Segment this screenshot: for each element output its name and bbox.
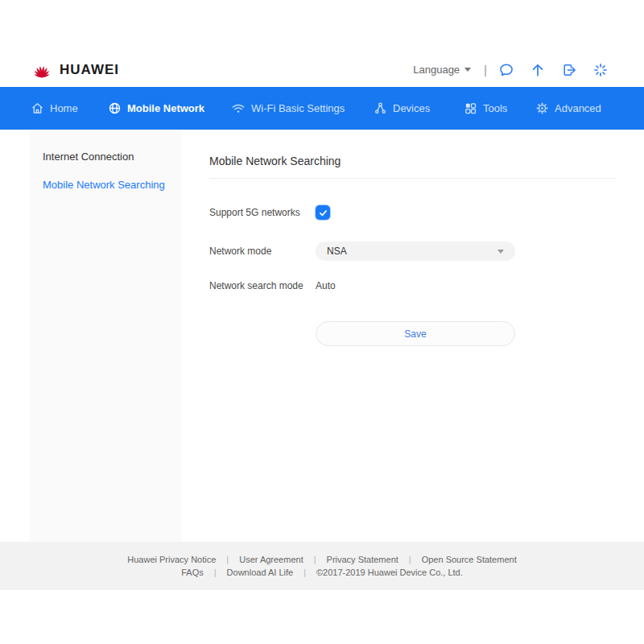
footer-separator: | <box>409 555 411 564</box>
footer-separator: | <box>214 568 217 577</box>
devices-icon <box>374 101 387 115</box>
logout-icon[interactable] <box>561 62 577 78</box>
sidebar-item-mobile-network-searching[interactable]: Mobile Network Searching <box>43 178 168 192</box>
home-icon <box>31 101 44 115</box>
link-open-source-statement[interactable]: Open Source Statement <box>422 555 517 564</box>
support-5g-row: Support 5G networks <box>209 205 616 220</box>
nav-tab-wifi-basic-settings[interactable]: Wi-Fi Basic Settings <box>231 87 345 130</box>
update-arrow-icon[interactable] <box>530 62 546 78</box>
language-dropdown[interactable]: Language <box>413 64 471 76</box>
tools-icon <box>464 101 477 115</box>
network-mode-row: Network mode NSA <box>209 242 616 261</box>
loading-spinner-icon <box>592 62 609 78</box>
copyright-text: ©2017-2019 Huawei Device Co., Ltd. <box>316 568 463 577</box>
nav-tab-devices[interactable]: Devices <box>374 87 430 130</box>
link-download-ai-life[interactable]: Download AI Life <box>227 568 294 577</box>
footer-row-1: Huawei Privacy Notice|User Agreement|Pri… <box>0 553 644 566</box>
brand-name: HUAWEI <box>60 62 119 78</box>
link-privacy-statement[interactable]: Privacy Statement <box>327 555 398 564</box>
chevron-down-icon <box>497 250 504 254</box>
main-navbar: Home Mobile Network Wi-Fi Basic Settings… <box>0 87 644 130</box>
huawei-logo: HUAWEI <box>30 60 119 79</box>
top-header: HUAWEI Language | <box>0 52 644 87</box>
network-search-mode-label: Network search mode <box>209 280 316 291</box>
footer-separator: | <box>303 568 306 577</box>
sidebar-item-internet-connection[interactable]: Internet Connection <box>43 150 168 164</box>
footer-separator: | <box>314 555 316 564</box>
sidebar: Internet Connection Mobile Network Searc… <box>30 130 181 542</box>
save-button[interactable]: Save <box>316 321 515 346</box>
header-divider: | <box>484 63 487 76</box>
network-mode-select[interactable]: NSA <box>316 242 515 261</box>
footer-row-2: FAQs|Download AI Life|©2017-2019 Huawei … <box>0 566 644 579</box>
globe-icon <box>108 101 122 115</box>
link-user-agreement[interactable]: User Agreement <box>239 555 303 564</box>
huawei-flower-icon <box>30 60 54 79</box>
network-mode-label: Network mode <box>209 246 316 257</box>
nav-tab-advanced[interactable]: Advanced <box>535 87 601 130</box>
support-5g-checkbox[interactable] <box>316 205 330 220</box>
title-divider <box>209 178 616 179</box>
page-footer: Huawei Privacy Notice|User Agreement|Pri… <box>0 542 644 590</box>
header-controls: Language | <box>413 62 609 78</box>
nav-tab-tools[interactable]: Tools <box>464 87 507 130</box>
nav-tab-mobile-network[interactable]: Mobile Network <box>108 87 204 130</box>
language-label: Language <box>413 64 460 76</box>
wifi-icon <box>231 101 246 115</box>
nav-tab-label: Tools <box>483 102 507 114</box>
settings-form: Support 5G networks Network mode NSA Net… <box>209 205 616 346</box>
network-search-mode-value: Auto <box>316 280 336 291</box>
nav-tab-label: Mobile Network <box>127 102 204 114</box>
network-search-mode-row: Network search mode Auto <box>209 280 616 291</box>
nav-tab-label: Devices <box>393 102 430 114</box>
link-faqs[interactable]: FAQs <box>181 568 204 577</box>
gear-icon <box>535 101 549 115</box>
network-mode-value: NSA <box>327 246 347 257</box>
chevron-down-icon <box>464 68 471 72</box>
link-huawei-privacy-notice[interactable]: Huawei Privacy Notice <box>127 555 216 564</box>
nav-tab-label: Wi-Fi Basic Settings <box>251 102 345 114</box>
page-title: Mobile Network Searching <box>209 155 616 167</box>
nav-tab-home[interactable]: Home <box>31 87 78 130</box>
nav-tab-label: Home <box>50 102 78 114</box>
footer-separator: | <box>226 555 229 564</box>
support-5g-label: Support 5G networks <box>209 207 316 218</box>
main-content: Mobile Network Searching Support 5G netw… <box>181 130 644 542</box>
checkmark-icon <box>318 208 328 218</box>
chat-icon[interactable] <box>498 62 514 78</box>
nav-tab-label: Advanced <box>555 102 601 114</box>
